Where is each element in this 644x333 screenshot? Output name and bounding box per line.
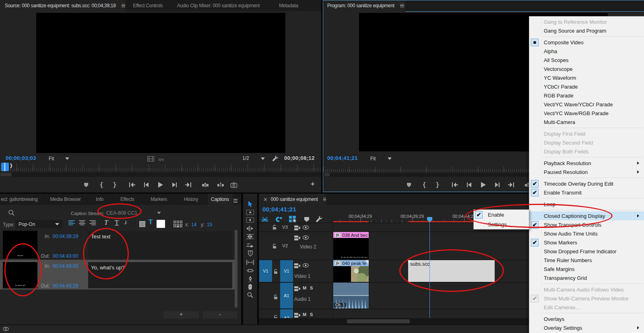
- source-playhead[interactable]: [1, 163, 9, 171]
- menu-item-show-markers[interactable]: ✔Show Markers: [529, 238, 644, 247]
- clip-v1-040[interactable]: fx 040 peak fe: [333, 260, 369, 282]
- menu-item-show-transport-controls[interactable]: ✔Show Transport Controls: [529, 220, 644, 229]
- tab-media-browser[interactable]: Media Browser: [43, 194, 87, 205]
- caption-type-select[interactable]: Pop-On: [15, 220, 62, 228]
- source-resolution-select[interactable]: 1/2: [242, 155, 249, 161]
- mark-out-button[interactable]: }: [111, 181, 118, 188]
- program-zoom-select[interactable]: Fit: [366, 155, 394, 162]
- menu-item-safe-margins[interactable]: Safe Margins: [529, 265, 644, 273]
- caption-row-2[interactable]: Yo, what's up? In:00:04:43:00 Out:00:04:…: [0, 260, 235, 290]
- caption-row-1[interactable]: Test text In:00:04:39:29 Out:00:04:43:00…: [0, 230, 235, 260]
- music-note-icon[interactable]: ♪: [124, 219, 127, 226]
- solo-button[interactable]: S: [310, 312, 313, 317]
- tab-timeline[interactable]: ✕ 000 sanitize equipment: [259, 194, 326, 205]
- add-caption-button[interactable]: +: [163, 311, 199, 319]
- background-color-swatch[interactable]: [139, 221, 145, 227]
- menu-item-edit-cameras[interactable]: Edit Cameras...: [529, 303, 644, 312]
- align-right-icon[interactable]: [89, 220, 96, 228]
- in-value[interactable]: 00:04:39:29: [53, 234, 78, 239]
- menu-item-yc-waveform[interactable]: YC Waveform: [529, 73, 644, 82]
- menu-item-show-audio-time-units[interactable]: Show Audio Time Units: [529, 229, 644, 238]
- track-target-a1[interactable]: A1: [280, 283, 293, 308]
- search-icon[interactable]: [8, 209, 15, 218]
- caption-text-field[interactable]: Yo, what's up?: [88, 262, 232, 288]
- solo-button[interactable]: S: [310, 285, 313, 290]
- tab-effect-controls[interactable]: Effect Controls: [125, 0, 171, 11]
- menu-item-composite-video[interactable]: Composite Video: [529, 38, 644, 47]
- go-to-in-button[interactable]: [452, 181, 458, 188]
- caption-list-scrollbar[interactable]: [235, 230, 237, 308]
- source-patch-v1[interactable]: V1: [259, 260, 272, 282]
- tab-metadata[interactable]: Metadata: [266, 0, 311, 11]
- timeline-settings-icon[interactable]: [289, 216, 298, 225]
- slip-tool[interactable]: [243, 259, 257, 266]
- menu-item-display-first-field[interactable]: Display First Field: [529, 129, 644, 138]
- scrollbar-thumb[interactable]: [0, 173, 12, 176]
- menu-item-show-multi-camera-preview-monitor[interactable]: ✔Show Multi-Camera Preview Monitor: [529, 294, 644, 303]
- source-scrollbar[interactable]: [0, 172, 321, 177]
- eye-icon[interactable]: [303, 262, 309, 269]
- mark-in-button[interactable]: {: [421, 181, 427, 188]
- tab-history[interactable]: History: [175, 194, 207, 205]
- track-output-icon[interactable]: [294, 263, 300, 270]
- out-value[interactable]: 00:04:43:00: [53, 253, 78, 259]
- tab-captions[interactable]: Captions: [207, 194, 233, 205]
- track-target-a2[interactable]: A2: [280, 309, 293, 318]
- menu-item-timecode-overlay-during-edit[interactable]: ✔Timecode Overlay During Edit: [529, 179, 644, 188]
- source-zoom-select[interactable]: Fit: [45, 155, 72, 162]
- menu-item-vect-yc-wave-rgb-parade[interactable]: Vect/YC Wave/RGB Parade: [529, 109, 644, 118]
- panel-menu-icon[interactable]: [122, 3, 125, 8]
- track-name[interactable]: V2: [282, 243, 288, 248]
- clip-subs-scc[interactable]: subs.scc: [408, 260, 495, 282]
- track-output-icon[interactable]: [294, 235, 300, 242]
- timeline-timecode[interactable]: 00;04;41;21: [262, 206, 296, 213]
- menu-item-paused-resolution[interactable]: Paused Resolution: [529, 168, 644, 176]
- eye-icon[interactable]: [303, 234, 309, 242]
- menu-item-gang-source-and-program[interactable]: Gang Source and Program: [529, 26, 644, 35]
- snap-icon[interactable]: [262, 216, 268, 224]
- caption-text-field[interactable]: Test text: [88, 231, 233, 259]
- scrollbar-thumb[interactable]: [324, 173, 330, 176]
- track-target-v1[interactable]: V1: [280, 260, 293, 282]
- track-output-icon[interactable]: [294, 285, 300, 293]
- menu-item-ycbcr-parade[interactable]: YCbCr Parade: [529, 82, 644, 91]
- step-back-button[interactable]: [466, 181, 472, 188]
- track-label[interactable]: Video 2: [300, 244, 316, 250]
- caption-stream-chevron-icon[interactable]: [157, 212, 161, 214]
- menu-item-enable-transmit[interactable]: ✔Enable Transmit: [529, 188, 644, 197]
- menu-item-rgb-parade[interactable]: RGB Parade: [529, 91, 644, 100]
- sync-status-icon[interactable]: [3, 326, 9, 332]
- submenu-item-settings[interactable]: Settings...: [474, 219, 529, 229]
- menu-item-all-scopes[interactable]: All Scopes: [529, 56, 644, 64]
- out-value[interactable]: 00:04:43:29: [53, 283, 78, 289]
- track-select-forward-tool[interactable]: [243, 209, 257, 216]
- source-settings-wrench-icon[interactable]: [272, 155, 279, 163]
- menu-item-gang-to-reference-monitor[interactable]: Gang to Reference Monitor: [529, 17, 644, 26]
- menu-item-multi-camera[interactable]: Multi-Camera: [529, 118, 644, 126]
- x-position-value[interactable]: 14: [191, 222, 196, 228]
- clip-a1-audio[interactable]: Ch. 1: [333, 283, 369, 308]
- panel-menu-icon[interactable]: [323, 197, 326, 202]
- align-left-icon[interactable]: [68, 220, 75, 228]
- tab-source[interactable]: Source: 000 sanitize equipment: subs.scc…: [0, 0, 125, 11]
- italic-icon[interactable]: T: [104, 219, 108, 227]
- submenu-item-enable[interactable]: ✔Enable: [474, 210, 529, 219]
- go-to-in-button[interactable]: [129, 181, 135, 188]
- rate-stretch-tool[interactable]: [243, 241, 257, 249]
- track-label[interactable]: Video 1: [294, 273, 310, 279]
- menu-item-display-both-fields[interactable]: Display Both Fields: [529, 147, 644, 156]
- panel-menu-icon[interactable]: [400, 3, 404, 8]
- add-marker-button[interactable]: [83, 181, 89, 188]
- in-value[interactable]: 00:04:43:00: [53, 263, 78, 269]
- lock-icon[interactable]: [273, 294, 278, 301]
- play-button[interactable]: [480, 181, 487, 188]
- mute-button[interactable]: M: [303, 312, 306, 317]
- tab-effects[interactable]: Effects: [112, 194, 143, 205]
- menu-item-overlays[interactable]: Overlays: [529, 314, 644, 323]
- step-forward-button[interactable]: [494, 181, 500, 188]
- text-color-swatch[interactable]: [157, 220, 165, 228]
- remove-caption-button[interactable]: -: [203, 311, 237, 319]
- rolling-edit-tool[interactable]: [243, 233, 257, 240]
- source-video-preview[interactable]: [36, 13, 285, 153]
- mark-in-button[interactable]: {: [98, 181, 105, 188]
